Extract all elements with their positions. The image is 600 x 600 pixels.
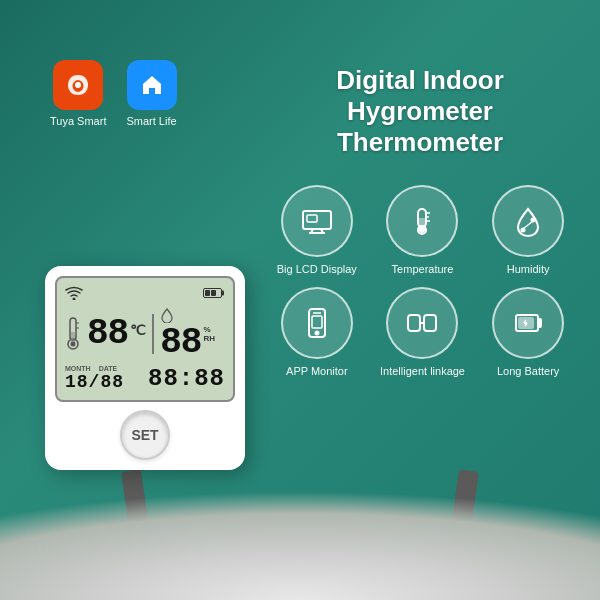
smart-life-icon	[127, 60, 177, 110]
svg-point-0	[75, 82, 81, 88]
set-button-label: SET	[131, 427, 158, 443]
svg-point-29	[73, 298, 76, 301]
svg-rect-19	[312, 316, 322, 328]
month-date-display: MONTH DATE 18/88	[65, 365, 124, 392]
svg-rect-31	[222, 291, 225, 296]
svg-point-14	[522, 229, 525, 232]
tuya-smart-label: Tuya Smart	[50, 115, 106, 127]
tuya-smart-app: Tuya Smart	[50, 60, 106, 127]
temperature-value: 88	[87, 316, 128, 352]
svg-rect-20	[408, 315, 420, 331]
feature-big-lcd-label: Big LCD Display	[277, 263, 357, 275]
battery-status-icon	[203, 287, 225, 302]
set-button[interactable]: SET	[120, 410, 170, 460]
svg-point-15	[532, 219, 535, 222]
smart-life-app: Smart Life	[126, 60, 176, 127]
feature-long-battery-label: Long Battery	[497, 365, 559, 377]
feature-humidity: Humidity	[481, 185, 575, 275]
svg-point-37	[71, 342, 76, 347]
svg-rect-5	[307, 215, 317, 222]
svg-rect-32	[205, 290, 210, 296]
date-labels: MONTH DATE	[65, 365, 124, 372]
feature-intelligent-linkage: Intelligent linkage	[376, 287, 470, 377]
device-screen: 88 ℃ 88 % RH	[55, 276, 235, 402]
feature-humidity-label: Humidity	[507, 263, 550, 275]
svg-line-13	[523, 221, 533, 229]
features-grid: Big LCD Display Temperature	[270, 185, 575, 377]
svg-rect-24	[538, 319, 541, 327]
feature-app-monitor: APP Monitor	[270, 287, 364, 377]
thermometer-device: 88 ℃ 88 % RH	[45, 266, 245, 470]
date-label: DATE	[99, 365, 118, 372]
feature-temperature: Temperature	[376, 185, 470, 275]
screen-bottom-bar: MONTH DATE 18/88 88:88	[65, 365, 225, 392]
humidity-value: 88	[160, 325, 201, 361]
svg-rect-33	[211, 290, 216, 296]
feature-intelligent-linkage-label: Intelligent linkage	[380, 365, 465, 377]
time-value: 88:88	[148, 365, 225, 392]
temperature-icon-circle	[386, 185, 458, 257]
background: Tuya Smart Smart Life Digital Indoor Hyg…	[0, 0, 600, 600]
svg-rect-21	[424, 315, 436, 331]
big-lcd-icon-circle	[281, 185, 353, 257]
humidity-icon-circle	[492, 185, 564, 257]
date-value: 18/88	[65, 372, 124, 392]
screen-top-bar	[65, 286, 225, 303]
long-battery-icon-circle	[492, 287, 564, 359]
app-monitor-icon-circle	[281, 287, 353, 359]
product-title: Digital Indoor Hygrometer Thermometer	[280, 65, 560, 159]
intelligent-linkage-icon-circle	[386, 287, 458, 359]
feature-long-battery: Long Battery	[481, 287, 575, 377]
product-title-line1: Digital Indoor	[336, 65, 504, 95]
smart-life-label: Smart Life	[126, 115, 176, 127]
device-body: 88 ℃ 88 % RH	[45, 266, 245, 470]
app-icons-section: Tuya Smart Smart Life	[50, 60, 177, 127]
month-label: MONTH	[65, 365, 91, 372]
product-title-line2: Hygrometer Thermometer	[337, 96, 503, 157]
screen-main-reading: 88 ℃ 88 % RH	[65, 307, 225, 361]
feature-app-monitor-label: APP Monitor	[286, 365, 348, 377]
svg-point-17	[315, 332, 318, 335]
tuya-smart-icon	[53, 60, 103, 110]
feature-temperature-label: Temperature	[392, 263, 454, 275]
svg-point-9	[420, 228, 424, 232]
wifi-icon	[65, 286, 83, 303]
feature-big-lcd: Big LCD Display	[270, 185, 364, 275]
temperature-unit: ℃	[130, 322, 146, 338]
